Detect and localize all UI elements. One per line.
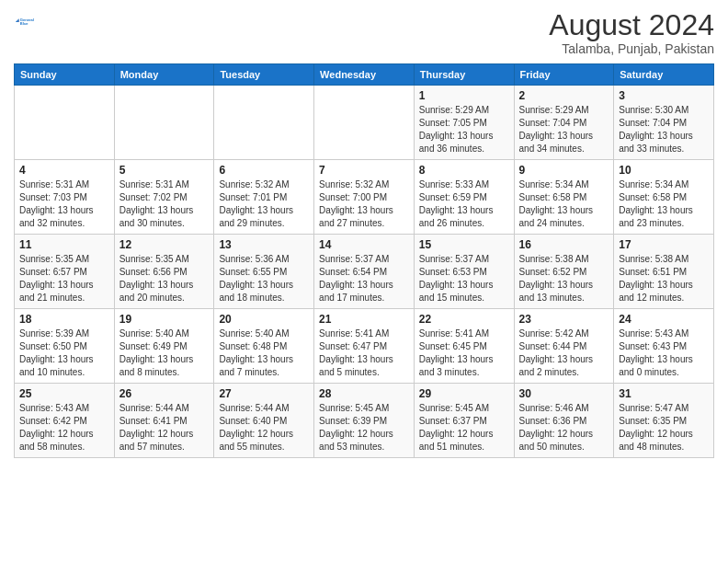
day-number: 4	[19, 164, 109, 177]
day-number: 2	[519, 89, 609, 102]
day-number: 5	[119, 164, 210, 177]
day-info: Sunrise: 5:42 AM Sunset: 6:44 PM Dayligh…	[519, 327, 609, 379]
main-title: August 2024	[549, 9, 714, 41]
day-info: Sunrise: 5:40 AM Sunset: 6:49 PM Dayligh…	[119, 327, 210, 379]
calendar-day-cell: 20Sunrise: 5:40 AM Sunset: 6:48 PM Dayli…	[214, 309, 314, 384]
day-number: 3	[619, 89, 709, 102]
calendar-day-cell: 31Sunrise: 5:47 AM Sunset: 6:35 PM Dayli…	[614, 384, 714, 458]
calendar-day-cell	[15, 86, 115, 160]
calendar-day-cell	[114, 86, 214, 160]
calendar-day-cell: 8Sunrise: 5:33 AM Sunset: 6:59 PM Daylig…	[414, 160, 514, 235]
svg-text:Blue: Blue	[20, 21, 28, 26]
calendar-day-cell: 14Sunrise: 5:37 AM Sunset: 6:54 PM Dayli…	[314, 235, 415, 309]
calendar-day-cell: 24Sunrise: 5:43 AM Sunset: 6:43 PM Dayli…	[614, 309, 714, 384]
day-number: 11	[19, 238, 109, 251]
calendar-table: SundayMondayTuesdayWednesdayThursdayFrid…	[14, 63, 714, 458]
day-info: Sunrise: 5:37 AM Sunset: 6:53 PM Dayligh…	[419, 253, 509, 304]
day-info: Sunrise: 5:35 AM Sunset: 6:56 PM Dayligh…	[119, 253, 210, 304]
day-number: 25	[19, 387, 109, 400]
day-info: Sunrise: 5:32 AM Sunset: 7:01 PM Dayligh…	[219, 178, 309, 230]
day-info: Sunrise: 5:43 AM Sunset: 6:43 PM Dayligh…	[619, 327, 709, 379]
logo: GeneralBlue General Blue	[14, 9, 40, 35]
day-info: Sunrise: 5:36 AM Sunset: 6:55 PM Dayligh…	[219, 253, 309, 304]
day-of-week-header: Friday	[514, 64, 614, 86]
day-info: Sunrise: 5:37 AM Sunset: 6:54 PM Dayligh…	[319, 253, 409, 304]
calendar-day-cell: 25Sunrise: 5:43 AM Sunset: 6:42 PM Dayli…	[15, 384, 115, 458]
day-info: Sunrise: 5:41 AM Sunset: 6:45 PM Dayligh…	[419, 327, 509, 379]
calendar-day-cell: 3Sunrise: 5:30 AM Sunset: 7:04 PM Daylig…	[614, 86, 714, 160]
logo-icon: GeneralBlue	[14, 9, 40, 35]
day-info: Sunrise: 5:43 AM Sunset: 6:42 PM Dayligh…	[19, 402, 109, 454]
calendar-day-cell: 15Sunrise: 5:37 AM Sunset: 6:53 PM Dayli…	[414, 235, 514, 309]
calendar-day-cell: 6Sunrise: 5:32 AM Sunset: 7:01 PM Daylig…	[214, 160, 314, 235]
day-info: Sunrise: 5:29 AM Sunset: 7:04 PM Dayligh…	[519, 104, 609, 155]
day-number: 24	[619, 313, 709, 326]
calendar-week-row: 25Sunrise: 5:43 AM Sunset: 6:42 PM Dayli…	[15, 384, 714, 458]
day-info: Sunrise: 5:38 AM Sunset: 6:52 PM Dayligh…	[519, 253, 609, 304]
day-number: 6	[219, 164, 309, 177]
day-info: Sunrise: 5:39 AM Sunset: 6:50 PM Dayligh…	[19, 327, 109, 379]
day-info: Sunrise: 5:33 AM Sunset: 6:59 PM Dayligh…	[419, 178, 509, 230]
day-of-week-header: Wednesday	[314, 64, 415, 86]
day-info: Sunrise: 5:31 AM Sunset: 7:03 PM Dayligh…	[19, 178, 109, 230]
day-info: Sunrise: 5:45 AM Sunset: 6:37 PM Dayligh…	[419, 402, 509, 454]
day-number: 21	[319, 313, 409, 326]
day-info: Sunrise: 5:29 AM Sunset: 7:05 PM Dayligh…	[419, 104, 509, 155]
calendar-day-cell: 26Sunrise: 5:44 AM Sunset: 6:41 PM Dayli…	[114, 384, 214, 458]
calendar-day-cell: 16Sunrise: 5:38 AM Sunset: 6:52 PM Dayli…	[514, 235, 614, 309]
day-number: 17	[619, 238, 709, 251]
day-number: 31	[619, 387, 709, 400]
day-info: Sunrise: 5:41 AM Sunset: 6:47 PM Dayligh…	[319, 327, 409, 379]
day-number: 8	[419, 164, 509, 177]
calendar-day-cell: 22Sunrise: 5:41 AM Sunset: 6:45 PM Dayli…	[414, 309, 514, 384]
calendar-day-cell: 1Sunrise: 5:29 AM Sunset: 7:05 PM Daylig…	[414, 86, 514, 160]
day-number: 22	[419, 313, 509, 326]
calendar-day-cell: 5Sunrise: 5:31 AM Sunset: 7:02 PM Daylig…	[114, 160, 214, 235]
day-info: Sunrise: 5:30 AM Sunset: 7:04 PM Dayligh…	[619, 104, 709, 155]
day-of-week-header: Thursday	[414, 64, 514, 86]
day-number: 30	[519, 387, 609, 400]
day-number: 28	[319, 387, 409, 400]
day-info: Sunrise: 5:31 AM Sunset: 7:02 PM Dayligh…	[119, 178, 210, 230]
calendar-day-cell: 4Sunrise: 5:31 AM Sunset: 7:03 PM Daylig…	[15, 160, 115, 235]
calendar-week-row: 11Sunrise: 5:35 AM Sunset: 6:57 PM Dayli…	[15, 235, 714, 309]
day-number: 23	[519, 313, 609, 326]
day-number: 1	[419, 89, 509, 102]
day-of-week-header: Sunday	[15, 64, 115, 86]
calendar-day-cell: 27Sunrise: 5:44 AM Sunset: 6:40 PM Dayli…	[214, 384, 314, 458]
day-info: Sunrise: 5:44 AM Sunset: 6:40 PM Dayligh…	[219, 402, 309, 454]
day-number: 7	[319, 164, 409, 177]
day-of-week-header: Tuesday	[214, 64, 314, 86]
day-number: 27	[219, 387, 309, 400]
day-info: Sunrise: 5:44 AM Sunset: 6:41 PM Dayligh…	[119, 402, 210, 454]
calendar-week-row: 4Sunrise: 5:31 AM Sunset: 7:03 PM Daylig…	[15, 160, 714, 235]
day-info: Sunrise: 5:47 AM Sunset: 6:35 PM Dayligh…	[619, 402, 709, 454]
day-number: 29	[419, 387, 509, 400]
day-info: Sunrise: 5:34 AM Sunset: 6:58 PM Dayligh…	[619, 178, 709, 230]
calendar-day-cell: 19Sunrise: 5:40 AM Sunset: 6:49 PM Dayli…	[114, 309, 214, 384]
calendar-day-cell: 13Sunrise: 5:36 AM Sunset: 6:55 PM Dayli…	[214, 235, 314, 309]
calendar-header-row: SundayMondayTuesdayWednesdayThursdayFrid…	[15, 64, 714, 86]
day-number: 10	[619, 164, 709, 177]
calendar-day-cell: 7Sunrise: 5:32 AM Sunset: 7:00 PM Daylig…	[314, 160, 415, 235]
calendar-day-cell	[214, 86, 314, 160]
day-info: Sunrise: 5:45 AM Sunset: 6:39 PM Dayligh…	[319, 402, 409, 454]
calendar-day-cell: 9Sunrise: 5:34 AM Sunset: 6:58 PM Daylig…	[514, 160, 614, 235]
subtitle: Talamba, Punjab, Pakistan	[549, 41, 714, 56]
calendar-day-cell: 10Sunrise: 5:34 AM Sunset: 6:58 PM Dayli…	[614, 160, 714, 235]
day-info: Sunrise: 5:34 AM Sunset: 6:58 PM Dayligh…	[519, 178, 609, 230]
calendar-week-row: 1Sunrise: 5:29 AM Sunset: 7:05 PM Daylig…	[15, 86, 714, 160]
day-number: 26	[119, 387, 210, 400]
day-number: 18	[19, 313, 109, 326]
calendar-day-cell: 11Sunrise: 5:35 AM Sunset: 6:57 PM Dayli…	[15, 235, 115, 309]
day-number: 12	[119, 238, 210, 251]
calendar-day-cell: 17Sunrise: 5:38 AM Sunset: 6:51 PM Dayli…	[614, 235, 714, 309]
calendar-day-cell	[314, 86, 415, 160]
day-info: Sunrise: 5:40 AM Sunset: 6:48 PM Dayligh…	[219, 327, 309, 379]
calendar-day-cell: 21Sunrise: 5:41 AM Sunset: 6:47 PM Dayli…	[314, 309, 415, 384]
day-of-week-header: Saturday	[614, 64, 714, 86]
day-number: 19	[119, 313, 210, 326]
day-number: 15	[419, 238, 509, 251]
calendar-day-cell: 28Sunrise: 5:45 AM Sunset: 6:39 PM Dayli…	[314, 384, 415, 458]
day-number: 14	[319, 238, 409, 251]
